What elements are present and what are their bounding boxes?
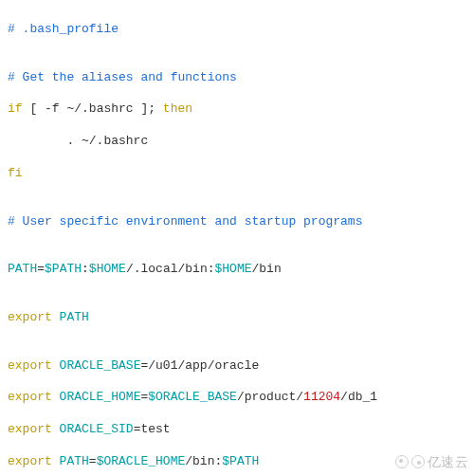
comment-text: # User specific environment and startup … bbox=[8, 214, 362, 229]
code-line: # User specific environment and startup … bbox=[8, 214, 466, 230]
keyword-if: if bbox=[8, 101, 23, 116]
watermark-text: 亿速云 bbox=[428, 453, 469, 470]
code-line: export PATH bbox=[8, 310, 466, 326]
comment-text: # .bash_profile bbox=[8, 22, 118, 36]
keyword-then: then bbox=[163, 101, 192, 116]
code-line: . ~/.bashrc bbox=[8, 134, 466, 150]
var-oracle-base: ORACLE_BASE bbox=[52, 358, 141, 373]
code-line: export ORACLE_SID=test bbox=[8, 422, 466, 438]
keyword-export: export bbox=[8, 358, 52, 373]
var-oracle-sid: ORACLE_SID bbox=[52, 422, 134, 436]
watermark-icon bbox=[395, 455, 409, 468]
keyword-fi: fi bbox=[8, 166, 23, 180]
keyword-export: export bbox=[8, 390, 52, 404]
code-line: PATH=$PATH:$HOME/.local/bin:$HOME/bin bbox=[8, 262, 466, 278]
code-line: export ORACLE_BASE=/u01/app/oracle bbox=[8, 358, 466, 375]
watermark-icon bbox=[411, 455, 425, 468]
comment-text: # Get the aliases and functions bbox=[8, 70, 237, 84]
watermark: 亿速云 bbox=[395, 453, 469, 470]
code-line: fi bbox=[8, 166, 466, 182]
keyword-export: export bbox=[8, 310, 52, 324]
code-line: if [ -f ~/.bashrc ]; then bbox=[8, 101, 466, 118]
text-editor-viewport[interactable]: # .bash_profile # Get the aliases and fu… bbox=[8, 6, 466, 476]
var-path: PATH bbox=[8, 262, 37, 276]
code-line: export ORACLE_HOME=$ORACLE_BASE/product/… bbox=[8, 390, 466, 406]
code-line: # Get the aliases and functions bbox=[8, 70, 466, 86]
code-line: # .bash_profile bbox=[8, 22, 466, 38]
var-oracle-home: ORACLE_HOME bbox=[52, 390, 141, 404]
keyword-export: export bbox=[8, 422, 52, 436]
keyword-export: export bbox=[8, 454, 52, 468]
